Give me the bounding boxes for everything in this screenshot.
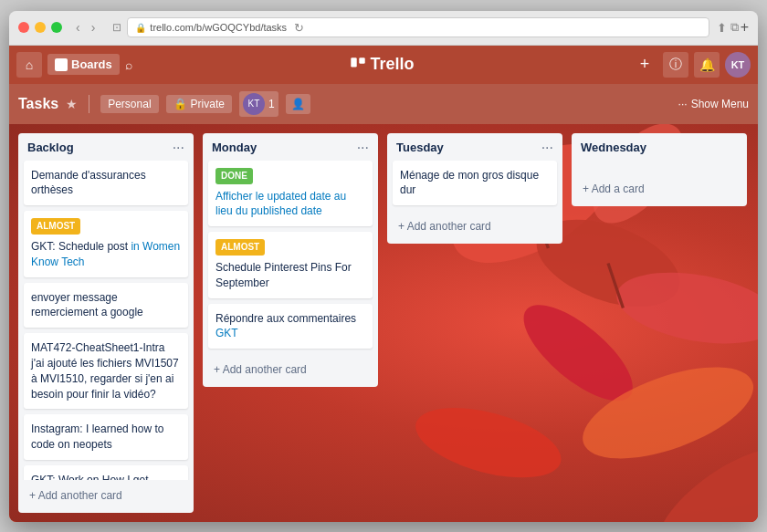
card-c1[interactable]: Demande d'assurances orthèses bbox=[24, 161, 188, 206]
reload-button[interactable]: ↻ bbox=[294, 21, 304, 35]
home-button[interactable]: ⌂ bbox=[16, 52, 42, 78]
close-traffic-light[interactable] bbox=[18, 22, 29, 33]
logo-text: Trello bbox=[370, 55, 414, 74]
add-card-monday[interactable]: + Add another card bbox=[208, 360, 373, 380]
search-button[interactable]: ⌕ bbox=[125, 57, 132, 72]
ellipsis: ··· bbox=[678, 98, 688, 110]
nav-buttons: ‹ › bbox=[71, 18, 100, 37]
svg-rect-0 bbox=[352, 57, 357, 67]
svg-point-8 bbox=[408, 394, 568, 491]
list-tuesday: Tuesday ··· Ménage de mon gros disque du… bbox=[387, 133, 562, 245]
personal-pill[interactable]: Personal bbox=[100, 95, 158, 113]
card-text: Afficher le updated date au lieu du publ… bbox=[215, 189, 365, 220]
personal-label: Personal bbox=[108, 98, 151, 110]
list-title-backlog: Backlog bbox=[27, 141, 74, 154]
address-text: trello.com/b/wGOQCYbd/tasks bbox=[150, 22, 287, 33]
toolbar-right: + ⓘ 🔔 KT bbox=[632, 52, 751, 78]
list-menu-backlog[interactable]: ··· bbox=[173, 141, 184, 155]
card-link: in Women Know Tech bbox=[31, 240, 180, 268]
card-c6[interactable]: GKT: Work on How I get Ready for a new s… bbox=[24, 465, 188, 479]
notifications-button[interactable]: 🔔 bbox=[694, 52, 720, 78]
private-label: Private bbox=[191, 98, 225, 110]
list-header-monday: Monday ··· bbox=[203, 133, 378, 161]
list-footer-tuesday: + Add another card bbox=[387, 211, 562, 244]
card-c4[interactable]: MAT472-CheatSheet1-Intra j'ai ajouté les… bbox=[24, 333, 188, 409]
card-text: Schedule Pinterest Pins For September bbox=[215, 260, 365, 291]
divider bbox=[89, 95, 89, 113]
maximize-traffic-light[interactable] bbox=[51, 22, 62, 33]
list-body-wednesday bbox=[572, 160, 747, 173]
card-m1[interactable]: DONE Afficher le updated date au lieu du… bbox=[208, 161, 373, 227]
member-avatar-pill[interactable]: KT 1 bbox=[239, 91, 278, 117]
card-c5[interactable]: Instagram: I learned how to code on neop… bbox=[24, 414, 188, 460]
user-avatar[interactable]: KT bbox=[725, 52, 751, 78]
boards-label: Boards bbox=[71, 57, 112, 71]
card-m2[interactable]: ALMOST Schedule Pinterest Pins For Septe… bbox=[208, 232, 373, 298]
card-c2[interactable]: ALMOST GKT: Schedule post in Women Know … bbox=[24, 211, 188, 277]
tabs-button[interactable]: ⧉ bbox=[730, 20, 739, 35]
board-content: Backlog ··· Demande d'assurances orthèse… bbox=[9, 124, 758, 522]
address-bar[interactable]: 🔒 trello.com/b/wGOQCYbd/tasks ↻ bbox=[127, 17, 709, 37]
avatar-initials: KT bbox=[731, 59, 745, 70]
list-body-monday: DONE Afficher le updated date au lieu du… bbox=[203, 161, 378, 355]
list-monday: Monday ··· DONE Afficher le updated date… bbox=[203, 133, 378, 388]
back-button[interactable]: ‹ bbox=[71, 18, 85, 37]
forward-button[interactable]: › bbox=[87, 18, 100, 37]
board-header: Tasks ★ Personal 🔒 Private KT 1 👤 ··· Sh… bbox=[9, 84, 758, 124]
card-label-almost: ALMOST bbox=[215, 239, 265, 256]
list-footer-wednesday: + Add a card bbox=[572, 173, 747, 206]
list-body-backlog: Demande d'assurances orthèses ALMOST GKT… bbox=[18, 161, 194, 480]
card-link: GKT bbox=[215, 327, 238, 339]
card-t1[interactable]: Ménage de mon gros disque dur bbox=[393, 161, 557, 206]
share-button[interactable]: ⬆ bbox=[717, 20, 727, 35]
new-tab-button[interactable]: + bbox=[741, 19, 749, 36]
boards-button[interactable]: Boards bbox=[47, 54, 120, 75]
list-menu-monday[interactable]: ··· bbox=[357, 141, 369, 155]
list-menu-tuesday[interactable]: ··· bbox=[541, 141, 553, 155]
member-avatar: KT bbox=[243, 93, 265, 115]
card-text: Ménage de mon gros disque dur bbox=[400, 169, 539, 197]
list-body-tuesday: Ménage de mon gros disque dur bbox=[387, 161, 562, 212]
list-wednesday: Wednesday + Add a card bbox=[572, 133, 747, 206]
list-header-backlog: Backlog ··· bbox=[18, 133, 194, 161]
list-title-monday: Monday bbox=[212, 141, 257, 154]
minimize-traffic-light[interactable] bbox=[35, 22, 46, 33]
board-star[interactable]: ★ bbox=[66, 97, 78, 111]
lock-icon: 🔒 bbox=[135, 23, 146, 33]
card-label-done: DONE bbox=[215, 168, 253, 184]
card-c3[interactable]: envoyer message remerciement a google bbox=[24, 283, 188, 329]
add-card-tuesday[interactable]: + Add another card bbox=[393, 216, 557, 236]
list-title-tuesday: Tuesday bbox=[396, 141, 444, 154]
traffic-lights bbox=[18, 22, 62, 33]
browser-window: ‹ › ⊡ 🔒 trello.com/b/wGOQCYbd/tasks ↻ ⬆ … bbox=[9, 11, 758, 522]
card-m3[interactable]: Répondre aux commentaires GKT bbox=[208, 304, 373, 349]
svg-rect-1 bbox=[360, 57, 365, 63]
show-menu-label: Show Menu bbox=[691, 98, 749, 110]
list-header-tuesday: Tuesday ··· bbox=[387, 133, 562, 161]
browser-actions: ⬆ ⧉ bbox=[717, 20, 739, 35]
list-header-wednesday: Wednesday bbox=[572, 133, 747, 160]
card-text: Demande d'assurances orthèses bbox=[31, 169, 146, 197]
trello-logo: Trello bbox=[138, 55, 626, 74]
create-button[interactable]: + bbox=[632, 52, 657, 78]
window-button[interactable]: ⊡ bbox=[107, 19, 127, 36]
trello-toolbar: ⌂ Boards ⌕ Trello + ⓘ 🔔 KT bbox=[9, 46, 758, 84]
private-pill[interactable]: 🔒 Private bbox=[166, 95, 232, 113]
list-footer-backlog: + Add another card bbox=[18, 480, 194, 513]
list-backlog: Backlog ··· Demande d'assurances orthèse… bbox=[18, 133, 194, 513]
lock-icon: 🔒 bbox=[173, 98, 187, 110]
info-button[interactable]: ⓘ bbox=[663, 52, 688, 78]
browser-titlebar: ‹ › ⊡ 🔒 trello.com/b/wGOQCYbd/tasks ↻ ⬆ … bbox=[9, 11, 758, 46]
card-text: envoyer message remerciement a google bbox=[31, 291, 143, 319]
add-card-backlog[interactable]: + Add another card bbox=[24, 485, 188, 506]
add-member-btn[interactable]: 👤 bbox=[286, 94, 310, 114]
card-text: MAT472-CheatSheet1-Intra j'ai ajouté les… bbox=[31, 341, 179, 400]
board-title: Tasks bbox=[18, 96, 58, 112]
card-text: Répondre aux commentaires GKT bbox=[215, 311, 365, 342]
add-card-wednesday[interactable]: + Add a card bbox=[577, 179, 741, 199]
show-menu-button[interactable]: ··· Show Menu bbox=[678, 98, 749, 110]
card-text: Instagram: I learned how to code on neop… bbox=[31, 422, 163, 451]
add-member-icon: 👤 bbox=[291, 98, 305, 110]
card-link: Afficher le updated date au lieu du publ… bbox=[215, 190, 346, 218]
card-label-almost: ALMOST bbox=[31, 218, 80, 235]
